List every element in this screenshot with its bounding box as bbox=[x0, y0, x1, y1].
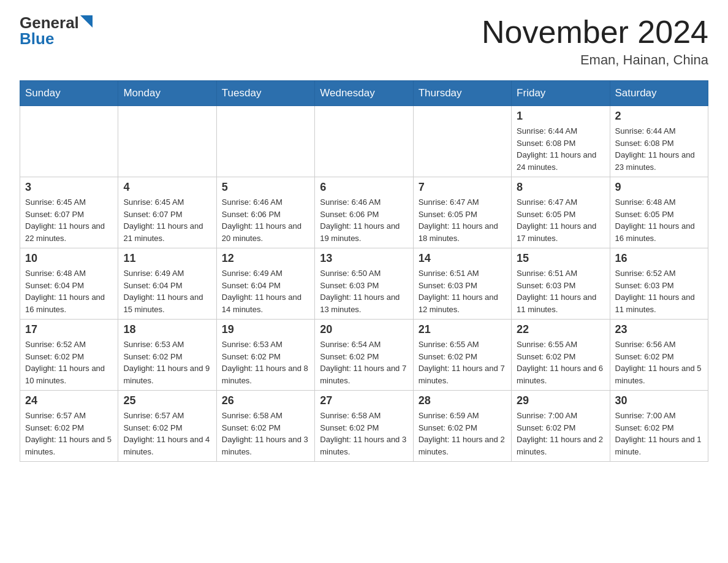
day-info: Sunrise: 6:58 AM Sunset: 6:02 PM Dayligh… bbox=[320, 410, 408, 458]
calendar-cell: 11Sunrise: 6:49 AM Sunset: 6:04 PM Dayli… bbox=[118, 248, 216, 320]
calendar-cell: 21Sunrise: 6:55 AM Sunset: 6:02 PM Dayli… bbox=[413, 320, 511, 391]
logo-general-text: General bbox=[20, 15, 79, 31]
day-info: Sunrise: 6:44 AM Sunset: 6:08 PM Dayligh… bbox=[615, 125, 703, 173]
calendar-cell: 5Sunrise: 6:46 AM Sunset: 6:06 PM Daylig… bbox=[216, 177, 314, 248]
calendar-cell: 2Sunrise: 6:44 AM Sunset: 6:08 PM Daylig… bbox=[610, 106, 708, 177]
calendar-cell: 14Sunrise: 6:51 AM Sunset: 6:03 PM Dayli… bbox=[413, 248, 511, 320]
day-info: Sunrise: 6:46 AM Sunset: 6:06 PM Dayligh… bbox=[320, 196, 408, 244]
calendar-cell: 18Sunrise: 6:53 AM Sunset: 6:02 PM Dayli… bbox=[118, 320, 216, 391]
day-number: 8 bbox=[517, 181, 604, 194]
week-row-4: 17Sunrise: 6:52 AM Sunset: 6:02 PM Dayli… bbox=[20, 320, 708, 391]
day-info: Sunrise: 6:56 AM Sunset: 6:02 PM Dayligh… bbox=[615, 339, 703, 386]
calendar-cell: 28Sunrise: 6:59 AM Sunset: 6:02 PM Dayli… bbox=[413, 391, 511, 462]
day-info: Sunrise: 6:44 AM Sunset: 6:08 PM Dayligh… bbox=[517, 125, 604, 173]
logo-arrow-icon bbox=[80, 15, 93, 28]
day-info: Sunrise: 6:57 AM Sunset: 6:02 PM Dayligh… bbox=[123, 410, 211, 458]
day-number: 18 bbox=[123, 323, 211, 336]
calendar-cell: 23Sunrise: 6:56 AM Sunset: 6:02 PM Dayli… bbox=[610, 320, 708, 391]
day-number: 19 bbox=[222, 323, 309, 336]
day-info: Sunrise: 6:52 AM Sunset: 6:02 PM Dayligh… bbox=[25, 339, 113, 386]
day-number: 10 bbox=[25, 252, 113, 265]
calendar-cell bbox=[315, 106, 413, 177]
day-info: Sunrise: 6:49 AM Sunset: 6:04 PM Dayligh… bbox=[222, 267, 309, 315]
day-number: 1 bbox=[517, 110, 604, 123]
week-row-5: 24Sunrise: 6:57 AM Sunset: 6:02 PM Dayli… bbox=[20, 391, 708, 462]
calendar-cell bbox=[118, 106, 216, 177]
title-area: November 2024 Eman, Hainan, China bbox=[482, 15, 708, 68]
day-info: Sunrise: 6:57 AM Sunset: 6:02 PM Dayligh… bbox=[25, 410, 113, 458]
calendar-cell: 25Sunrise: 6:57 AM Sunset: 6:02 PM Dayli… bbox=[118, 391, 216, 462]
header-saturday: Saturday bbox=[610, 81, 708, 106]
day-number: 3 bbox=[25, 181, 113, 194]
day-info: Sunrise: 6:59 AM Sunset: 6:02 PM Dayligh… bbox=[419, 410, 506, 458]
calendar-cell: 15Sunrise: 6:51 AM Sunset: 6:03 PM Dayli… bbox=[512, 248, 610, 320]
header: General Blue November 2024 Eman, Hainan,… bbox=[20, 15, 708, 68]
day-info: Sunrise: 6:48 AM Sunset: 6:05 PM Dayligh… bbox=[615, 196, 703, 244]
day-number: 17 bbox=[25, 323, 113, 336]
calendar-table: Sunday Monday Tuesday Wednesday Thursday… bbox=[20, 80, 708, 462]
day-info: Sunrise: 6:55 AM Sunset: 6:02 PM Dayligh… bbox=[517, 339, 604, 386]
calendar-cell: 29Sunrise: 7:00 AM Sunset: 6:02 PM Dayli… bbox=[512, 391, 610, 462]
logo-blue-text: Blue bbox=[20, 31, 54, 47]
day-info: Sunrise: 6:49 AM Sunset: 6:04 PM Dayligh… bbox=[123, 267, 211, 315]
calendar-cell: 9Sunrise: 6:48 AM Sunset: 6:05 PM Daylig… bbox=[610, 177, 708, 248]
calendar-cell bbox=[20, 106, 118, 177]
day-info: Sunrise: 6:47 AM Sunset: 6:05 PM Dayligh… bbox=[419, 196, 506, 244]
calendar-cell: 4Sunrise: 6:45 AM Sunset: 6:07 PM Daylig… bbox=[118, 177, 216, 248]
day-info: Sunrise: 6:50 AM Sunset: 6:03 PM Dayligh… bbox=[320, 267, 408, 315]
days-header-row: Sunday Monday Tuesday Wednesday Thursday… bbox=[20, 81, 708, 106]
day-number: 6 bbox=[320, 181, 408, 194]
day-number: 24 bbox=[25, 394, 113, 407]
day-info: Sunrise: 7:00 AM Sunset: 6:02 PM Dayligh… bbox=[517, 410, 604, 458]
day-number: 14 bbox=[419, 252, 506, 265]
calendar-cell bbox=[216, 106, 314, 177]
header-friday: Friday bbox=[512, 81, 610, 106]
calendar-cell: 22Sunrise: 6:55 AM Sunset: 6:02 PM Dayli… bbox=[512, 320, 610, 391]
header-tuesday: Tuesday bbox=[216, 81, 314, 106]
day-info: Sunrise: 6:55 AM Sunset: 6:02 PM Dayligh… bbox=[419, 339, 506, 386]
day-info: Sunrise: 6:48 AM Sunset: 6:04 PM Dayligh… bbox=[25, 267, 113, 315]
day-info: Sunrise: 6:47 AM Sunset: 6:05 PM Dayligh… bbox=[517, 196, 604, 244]
day-info: Sunrise: 6:51 AM Sunset: 6:03 PM Dayligh… bbox=[419, 267, 506, 315]
calendar-cell: 3Sunrise: 6:45 AM Sunset: 6:07 PM Daylig… bbox=[20, 177, 118, 248]
calendar-cell: 10Sunrise: 6:48 AM Sunset: 6:04 PM Dayli… bbox=[20, 248, 118, 320]
calendar-cell: 1Sunrise: 6:44 AM Sunset: 6:08 PM Daylig… bbox=[512, 106, 610, 177]
week-row-3: 10Sunrise: 6:48 AM Sunset: 6:04 PM Dayli… bbox=[20, 248, 708, 320]
week-row-1: 1Sunrise: 6:44 AM Sunset: 6:08 PM Daylig… bbox=[20, 106, 708, 177]
header-sunday: Sunday bbox=[20, 81, 118, 106]
calendar-cell: 16Sunrise: 6:52 AM Sunset: 6:03 PM Dayli… bbox=[610, 248, 708, 320]
day-number: 13 bbox=[320, 252, 408, 265]
month-title: November 2024 bbox=[482, 15, 708, 50]
calendar-cell: 7Sunrise: 6:47 AM Sunset: 6:05 PM Daylig… bbox=[413, 177, 511, 248]
day-number: 11 bbox=[123, 252, 211, 265]
day-number: 9 bbox=[615, 181, 703, 194]
day-number: 21 bbox=[419, 323, 506, 336]
day-number: 25 bbox=[123, 394, 211, 407]
day-number: 28 bbox=[419, 394, 506, 407]
day-number: 20 bbox=[320, 323, 408, 336]
day-info: Sunrise: 6:45 AM Sunset: 6:07 PM Dayligh… bbox=[25, 196, 113, 244]
day-number: 12 bbox=[222, 252, 309, 265]
day-info: Sunrise: 6:53 AM Sunset: 6:02 PM Dayligh… bbox=[123, 339, 211, 386]
day-info: Sunrise: 6:51 AM Sunset: 6:03 PM Dayligh… bbox=[517, 267, 604, 315]
day-number: 29 bbox=[517, 394, 604, 407]
calendar-cell: 17Sunrise: 6:52 AM Sunset: 6:02 PM Dayli… bbox=[20, 320, 118, 391]
day-info: Sunrise: 6:45 AM Sunset: 6:07 PM Dayligh… bbox=[123, 196, 211, 244]
day-info: Sunrise: 6:54 AM Sunset: 6:02 PM Dayligh… bbox=[320, 339, 408, 386]
day-number: 2 bbox=[615, 110, 703, 123]
day-number: 4 bbox=[123, 181, 211, 194]
day-number: 22 bbox=[517, 323, 604, 336]
header-wednesday: Wednesday bbox=[315, 81, 413, 106]
day-number: 23 bbox=[615, 323, 703, 336]
day-info: Sunrise: 7:00 AM Sunset: 6:02 PM Dayligh… bbox=[615, 410, 703, 458]
location-title: Eman, Hainan, China bbox=[482, 52, 708, 68]
header-monday: Monday bbox=[118, 81, 216, 106]
calendar-cell: 19Sunrise: 6:53 AM Sunset: 6:02 PM Dayli… bbox=[216, 320, 314, 391]
calendar-cell: 27Sunrise: 6:58 AM Sunset: 6:02 PM Dayli… bbox=[315, 391, 413, 462]
calendar-cell: 6Sunrise: 6:46 AM Sunset: 6:06 PM Daylig… bbox=[315, 177, 413, 248]
logo: General Blue bbox=[20, 15, 93, 47]
day-number: 27 bbox=[320, 394, 408, 407]
calendar-cell bbox=[413, 106, 511, 177]
week-row-2: 3Sunrise: 6:45 AM Sunset: 6:07 PM Daylig… bbox=[20, 177, 708, 248]
day-number: 15 bbox=[517, 252, 604, 265]
